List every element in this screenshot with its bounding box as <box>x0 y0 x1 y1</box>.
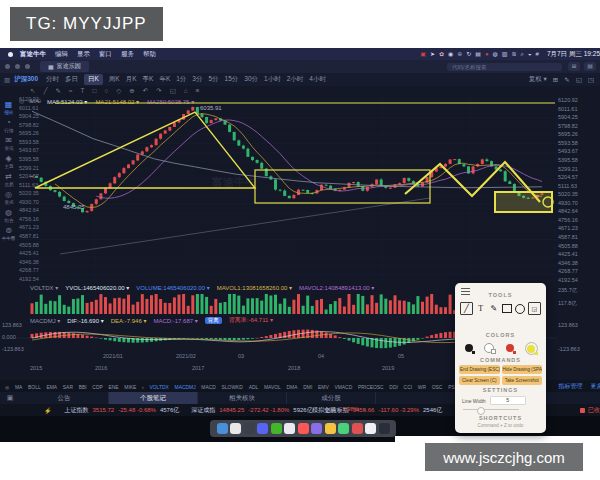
text-tool[interactable]: T <box>475 303 486 314</box>
period-3分[interactable]: 3分 <box>192 75 202 84</box>
toolbar-icon[interactable]: ◱ <box>576 76 582 84</box>
indicator-tab-CDP[interactable]: CDP <box>92 384 102 389</box>
toolbar-icon[interactable]: ⊞ <box>553 76 558 84</box>
indicator-tab-VOLTDX[interactable]: VOLTDX <box>149 384 168 389</box>
zoom-window-button[interactable] <box>25 64 30 69</box>
period-季K[interactable]: 季K <box>143 75 154 84</box>
indicator-token[interactable]: MACDMJ ▾ <box>30 317 60 324</box>
period-分时[interactable]: 分时 <box>46 75 59 84</box>
indicator-token[interactable]: YVOL:1465406020.00 ▾ <box>65 284 129 291</box>
indicator-token[interactable]: DEA:-7.946 ▾ <box>111 317 147 324</box>
screenshot-region-tool[interactable]: ◲ <box>528 302 541 315</box>
workspace-tab[interactable]: ▦ 富途乐园 <box>40 61 89 72</box>
draw-tool-icon[interactable]: ⌂ <box>184 86 188 96</box>
watchlist-icon[interactable]: ▥ <box>4 76 10 84</box>
draw-tool-icon[interactable]: ↷ <box>156 86 161 96</box>
macd-indicator-header[interactable]: MACDMJ ▾DIF:-16.690 ▾DEA:-7.946 ▾MACD:-1… <box>30 316 273 324</box>
clear-screen-button[interactable]: Clear Screen (C) <box>459 376 500 385</box>
sidebar-item-牛牛圈[interactable]: ⊚牛牛圈 <box>0 226 17 241</box>
status-icon[interactable]: ◉ <box>448 51 453 57</box>
sidebar-item-资讯[interactable]: ✉资讯 <box>0 136 17 151</box>
list-view-button[interactable]: ▤ <box>584 62 596 71</box>
indicator-token[interactable]: MAVOL2:14084891413.00 ▾ <box>299 284 374 291</box>
color-swatch-white[interactable] <box>484 342 495 353</box>
indicator-token[interactable]: DIF:-16.690 ▾ <box>67 317 103 324</box>
indicator-tab-SLOWKD[interactable]: SLOWKD <box>222 384 243 389</box>
indicator-tab-BBI[interactable]: BBI <box>79 384 87 389</box>
indicator-tab-ADL[interactable]: ADL <box>249 384 259 389</box>
status-icon[interactable]: ⌕ <box>521 51 524 57</box>
subtab-公告[interactable]: 公告 <box>20 392 109 405</box>
draw-tool-icon[interactable]: ↖ <box>30 86 35 96</box>
search-input[interactable]: 代码/名称搜索 <box>447 63 562 71</box>
status-icon[interactable]: ▤ <box>475 51 481 57</box>
layout-button[interactable]: ⊞ <box>568 62 580 71</box>
rectangle-tool[interactable] <box>502 303 513 314</box>
line-width-slider[interactable] <box>463 409 519 410</box>
color-swatch-red[interactable] <box>504 342 515 353</box>
indicator-tab-›[interactable]: › <box>142 384 144 389</box>
index-name[interactable]: 深证成指 <box>191 406 215 415</box>
status-icon[interactable]: ➤ <box>430 51 435 57</box>
dock-app-icon[interactable] <box>379 423 390 434</box>
status-icon[interactable]: ◍ <box>493 51 498 57</box>
dock-app-icon[interactable] <box>217 423 228 434</box>
draw-tool-icon[interactable]: ↶ <box>143 86 148 96</box>
dock-app-icon[interactable] <box>338 423 349 434</box>
indicator-tab-OSC[interactable]: OSC <box>432 384 443 389</box>
indicator-settings-icon[interactable]: ◎ <box>5 383 9 389</box>
period-多日[interactable]: 多日 <box>65 75 78 84</box>
dock-app-icon[interactable] <box>365 423 376 434</box>
symbol-label[interactable]: 沪深300 <box>14 75 38 84</box>
draw-tool-icon[interactable]: ◱ <box>170 86 176 96</box>
apple-menu-icon[interactable] <box>8 52 13 57</box>
pen-tool[interactable]: ✎ <box>488 303 499 314</box>
subtab-成分股[interactable]: 成分股 <box>287 392 376 405</box>
dock-app-icon[interactable] <box>352 423 363 434</box>
indicator-tab-EMA[interactable]: EMA <box>46 384 57 389</box>
take-screenshot-button[interactable]: Take Screenshot <box>502 376 543 385</box>
draw-tool-icon[interactable]: ◇ <box>116 86 121 96</box>
draw-tool-icon[interactable]: ╱ <box>43 86 47 96</box>
indicator-tab-DDI[interactable]: DDI <box>389 384 397 389</box>
candlestick-chart[interactable]: 富途牛牛6035.914845.35 <box>17 96 557 282</box>
indicator-tab-MACD[interactable]: MACD <box>201 384 215 389</box>
draw-tool-icon[interactable]: ○ <box>104 86 108 96</box>
period-30分[interactable]: 30分 <box>244 75 258 84</box>
indicator-tab-ENE[interactable]: ENE <box>108 384 118 389</box>
period-1分[interactable]: 1分 <box>176 75 186 84</box>
status-icon[interactable]: # <box>536 51 539 57</box>
draw-tool-icon[interactable]: □ <box>92 86 96 96</box>
status-icon[interactable]: ✿ <box>439 51 444 57</box>
period-日K[interactable]: 日K <box>84 74 103 85</box>
status-icon[interactable]: ▣ <box>420 51 426 57</box>
draw-tool-icon[interactable]: ✎ <box>55 86 60 96</box>
indicator-token[interactable]: VOLTDX ▾ <box>30 284 58 291</box>
dock-app-icon[interactable] <box>311 423 322 434</box>
color-swatch-yellow[interactable] <box>525 342 538 355</box>
period-15分[interactable]: 15分 <box>225 75 239 84</box>
price-axis-right[interactable]: 6120.926011.615904.255798.825695.265593.… <box>558 96 598 283</box>
indicator-tab-MIKE[interactable]: MIKE <box>124 384 136 389</box>
menu-item[interactable]: 窗口 <box>99 50 112 59</box>
volume-indicator-header[interactable]: VOLTDX ▾YVOL:1465406020.00 ▾VOLUME:14654… <box>30 283 374 291</box>
toolbar-icon[interactable]: ◳ <box>588 76 594 84</box>
indicator-tab-EMV[interactable]: EMV <box>318 384 329 389</box>
monitor-icon[interactable]: ▣ <box>0 394 20 402</box>
sidebar-item-报价[interactable]: ▦报价 <box>0 100 17 115</box>
menu-item[interactable]: 服务 <box>121 50 134 59</box>
indicator-tab-DMI[interactable]: DMI <box>303 384 312 389</box>
indicator-tab-DMA[interactable]: DMA <box>287 384 298 389</box>
paper-trading-status[interactable]: 模拟交易 -1.98% › <box>312 406 365 415</box>
toolbar-icon[interactable]: ✎ <box>564 76 569 84</box>
indicator-tab-MACDMJ[interactable]: MACDMJ <box>175 384 196 389</box>
subtab-相关板块[interactable]: 相关板块 <box>198 392 287 405</box>
indicator-tab-VMACD[interactable]: VMACD <box>334 384 352 389</box>
indicator-token[interactable]: VOLUME:1465406020.00 ▾ <box>136 284 209 291</box>
dock-app-icon[interactable] <box>271 423 282 434</box>
dock-app-icon[interactable] <box>325 423 336 434</box>
menu-item[interactable]: 编辑 <box>55 50 68 59</box>
sidebar-item-发现[interactable]: ◎发现 <box>0 190 17 205</box>
status-icon[interactable]: ◒ <box>528 51 532 57</box>
indicator-tab-PRICEOSC[interactable]: PRICEOSC <box>358 384 384 389</box>
